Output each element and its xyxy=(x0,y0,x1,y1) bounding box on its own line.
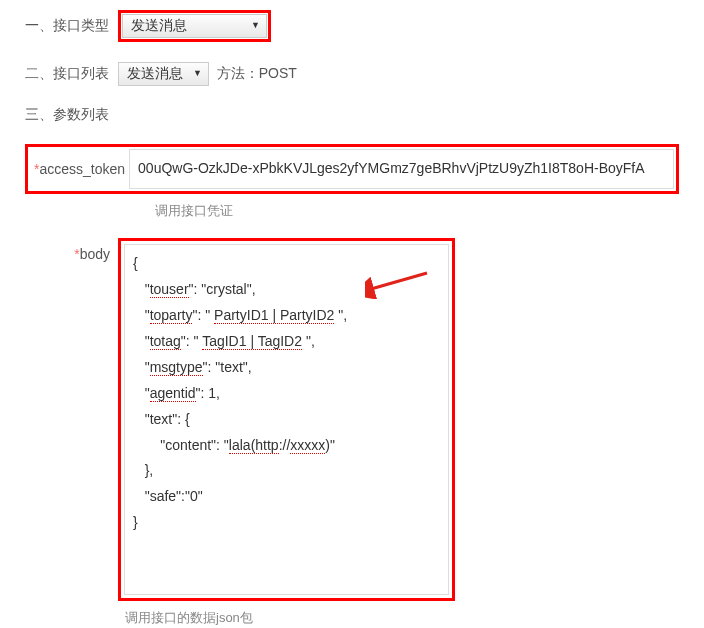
method-label: 方法： xyxy=(217,65,259,81)
arrow-icon xyxy=(365,269,435,299)
interface-type-select[interactable]: 发送消息 xyxy=(122,14,267,38)
section2-label: 二、接口列表 xyxy=(25,65,109,83)
method-value: POST xyxy=(259,65,297,81)
body-label: *body xyxy=(25,238,110,262)
access-token-label: *access_token xyxy=(30,149,129,189)
interface-list-select[interactable]: 发送消息 xyxy=(118,62,209,86)
section1-highlight: 发送消息 xyxy=(118,10,271,42)
body-textarea[interactable]: { "touser": "crystal", "toparty": " Part… xyxy=(124,244,449,595)
section1-label: 一、接口类型 xyxy=(25,17,109,35)
access-token-field[interactable]: 00uQwG-OzkJDe-xPbkKVJLges2yfYMGmz7geBRhv… xyxy=(129,149,674,189)
access-token-highlight: *access_token 00uQwG-OzkJDe-xPbkKVJLges2… xyxy=(25,144,679,194)
section3-label: 三、参数列表 xyxy=(25,106,109,124)
svg-line-1 xyxy=(371,273,427,289)
body-highlight: { "touser": "crystal", "toparty": " Part… xyxy=(118,238,455,601)
access-token-hint: 调用接口凭证 xyxy=(155,202,679,220)
body-hint: 调用接口的数据json包 xyxy=(125,609,679,627)
